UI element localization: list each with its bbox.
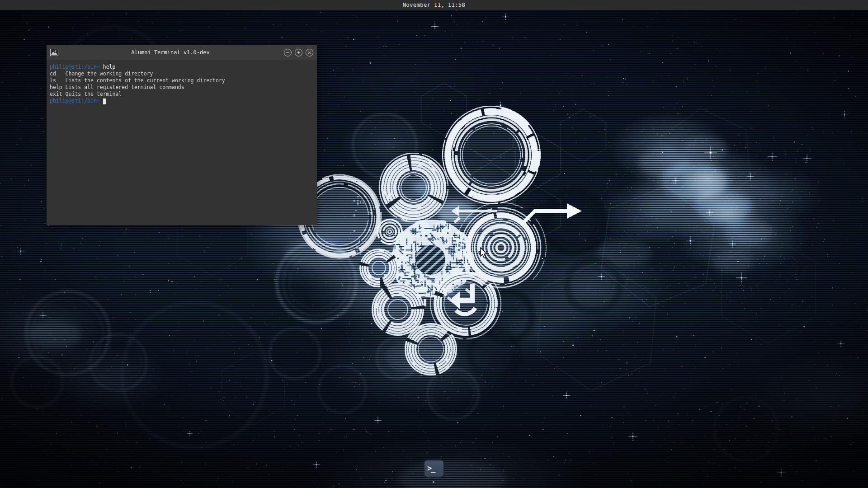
terminal-cursor — [103, 99, 107, 104]
terminal-icon: >_ — [425, 464, 434, 473]
x-circle-icon: × — [307, 50, 311, 55]
terminal-line: ls Lists the contents of the current wor… — [50, 77, 314, 84]
terminal-titlebar[interactable]: Alumni Terminal v1.0-dev − + × — [47, 45, 317, 60]
terminal-line: philip@st1:/bin~ — [50, 98, 314, 104]
dock-terminal-icon[interactable]: >_ — [424, 460, 444, 478]
top-bar: November 11, 11:58 — [0, 0, 868, 10]
clock[interactable]: November 11, 11:58 — [403, 2, 466, 8]
close-button[interactable]: × — [306, 49, 313, 56]
window-controls: − + × — [284, 45, 313, 60]
terminal-title: Alumni Terminal v1.0-dev — [60, 49, 281, 56]
image-icon — [50, 49, 58, 56]
maximize-button[interactable]: + — [295, 49, 302, 56]
minimize-button[interactable]: − — [284, 49, 292, 56]
terminal-line: help Lists all registered terminal comma… — [50, 84, 314, 91]
running-indicator-dot — [433, 481, 434, 483]
terminal-line: cd Change the working directory — [50, 70, 314, 77]
terminal-window[interactable]: Alumni Terminal v1.0-dev − + × philip@st… — [47, 45, 317, 225]
terminal-line: philip@st1:/bin~ help — [50, 64, 314, 70]
mouse-cursor — [480, 247, 488, 259]
terminal-output[interactable]: philip@st1:/bin~ helpcd Change the worki… — [47, 60, 317, 108]
plus-circle-icon: + — [297, 50, 301, 55]
terminal-line: exit Quits the terminal — [50, 91, 314, 98]
minus-circle-icon: − — [286, 50, 290, 55]
